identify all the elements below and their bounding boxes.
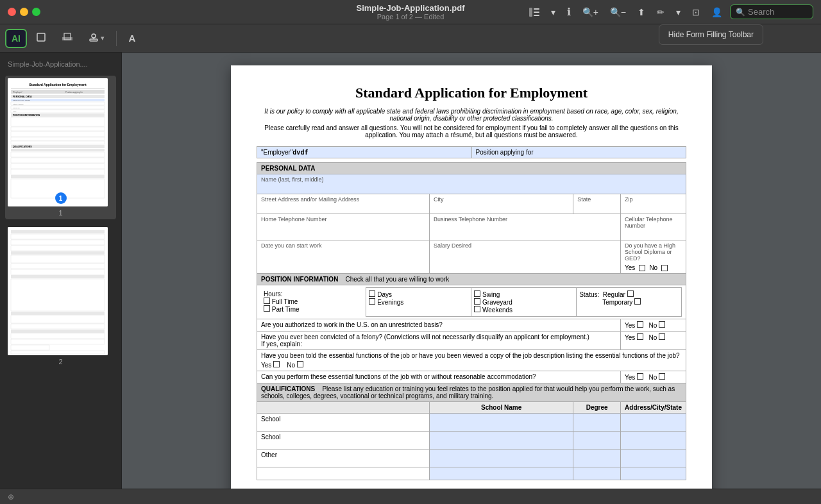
hs-no-checkbox[interactable] (661, 265, 668, 271)
window-title-center: Simple-Job-Application.pdf Page 1 of 2 —… (357, 3, 465, 21)
perform-question-cell: Can you perform these essential function… (257, 371, 621, 383)
auth-no-label: No (649, 322, 657, 329)
text-button[interactable]: A (122, 28, 142, 48)
cellular-tel-cell[interactable]: Cellular Telephone Number (621, 214, 686, 240)
zoom-in-button[interactable]: 🔍+ (579, 4, 602, 20)
state-input[interactable] (577, 203, 616, 212)
start-date-input[interactable] (261, 249, 425, 258)
rectangle-button[interactable] (30, 28, 53, 49)
fulltime-checkbox[interactable] (264, 298, 270, 304)
felony-yes-checkbox[interactable] (637, 333, 643, 340)
page-thumb-2[interactable]: 2 (5, 224, 116, 368)
account-button[interactable]: 👤 (707, 4, 726, 20)
perform-yes-checkbox[interactable] (637, 373, 643, 380)
svg-rect-43 (11, 230, 105, 233)
name-field-cell[interactable]: Name (last, first, middle) (257, 174, 686, 194)
temporary-checkbox[interactable] (634, 298, 641, 305)
name-label: Name (last, first, middle) (261, 176, 682, 183)
search-input[interactable] (748, 7, 808, 17)
salary-input[interactable] (434, 249, 616, 258)
qual-row2-school[interactable] (429, 432, 573, 449)
graveyard-label: Graveyard (482, 299, 512, 306)
qual-row2-address[interactable] (621, 432, 686, 449)
high-school-cell: Do you have a High School Diploma or GED… (621, 240, 686, 274)
toolbar-tooltip[interactable]: Hide Form Filling Toolbar (659, 24, 763, 45)
file-name: Simple-Job-Application.pdf (357, 3, 465, 13)
address-label: Street Address and/or Mailing Address (261, 196, 425, 203)
felony-no-label: No (649, 334, 657, 341)
business-tel-input[interactable] (434, 223, 616, 231)
qual-row4-degree[interactable] (573, 467, 621, 480)
state-cell[interactable]: State (573, 194, 621, 214)
pen-button[interactable]: ✏ (653, 4, 668, 20)
zip-input[interactable] (625, 203, 682, 212)
evenings-checkbox[interactable] (369, 298, 375, 305)
felony-no-checkbox[interactable] (659, 333, 665, 340)
qual-row2-degree[interactable] (573, 432, 621, 449)
qual-row3-address[interactable] (621, 449, 686, 467)
auth-yes-checkbox[interactable] (637, 321, 643, 328)
svg-text:Standard Application for Emplo: Standard Application for Employment (29, 83, 87, 87)
employer-cell[interactable]: "Employer"dvdf (257, 147, 472, 158)
maximize-button[interactable] (32, 8, 40, 16)
minimize-button[interactable] (20, 8, 28, 16)
home-tel-cell[interactable]: Home Telephone Number (257, 214, 430, 240)
parttime-checkbox[interactable] (264, 305, 270, 312)
position-cell[interactable]: Position applying for (471, 147, 686, 158)
address-input[interactable] (261, 203, 425, 212)
search-box[interactable]: 🔍 (730, 4, 813, 19)
rectangle-icon (36, 32, 46, 44)
sidebar-toggle-button[interactable] (525, 5, 543, 19)
pdf-area[interactable]: Standard Application for Employment It i… (122, 53, 821, 489)
svg-text:POSITION INFORMATION: POSITION INFORMATION (13, 114, 40, 117)
svg-text:Name (last, first, middle): Name (last, first, middle) (13, 99, 30, 101)
fill-sign-button[interactable]: AI (5, 29, 27, 48)
zip-cell[interactable]: Zip (621, 194, 686, 214)
svg-rect-42 (8, 227, 108, 355)
home-tel-input[interactable] (261, 223, 425, 231)
expand-icon: ⊡ (692, 7, 700, 17)
qual-col-school: School Name (429, 402, 573, 414)
city-cell[interactable]: City (429, 194, 573, 214)
qual-row3-degree[interactable] (573, 449, 621, 467)
city-input[interactable] (434, 203, 569, 212)
chevron-down-button[interactable]: ▾ (547, 4, 559, 20)
share-button[interactable]: ⬆ (634, 4, 649, 20)
days-checkbox[interactable] (369, 290, 375, 297)
highlight-button[interactable] (55, 28, 80, 49)
address-cell[interactable]: Street Address and/or Mailing Address (257, 194, 430, 214)
name-input[interactable] (261, 183, 682, 192)
swing-checkbox[interactable] (474, 290, 480, 297)
zoom-out-button[interactable]: 🔍− (606, 4, 630, 20)
svg-text:Street Address: Street Address (13, 103, 24, 105)
qual-row1-degree[interactable] (573, 414, 621, 432)
svg-rect-40 (11, 175, 105, 178)
close-button[interactable] (8, 8, 16, 16)
expand-button[interactable]: ⊡ (688, 4, 704, 20)
qual-row4-address[interactable] (621, 467, 686, 480)
salary-cell[interactable]: Salary Desired (429, 240, 620, 274)
weekends-checkbox[interactable] (474, 306, 480, 312)
personal-data-table: PERSONAL DATA Name (last, first, middle)… (257, 162, 686, 480)
qual-row4-school[interactable] (429, 467, 573, 480)
business-tel-cell[interactable]: Business Telephone Number (429, 214, 620, 240)
qual-row1-school[interactable] (429, 414, 573, 432)
auth-no-checkbox[interactable] (659, 321, 665, 328)
felony-question: Have you ever been convicted of a felony… (261, 333, 616, 340)
pen-chevron-button[interactable]: ▾ (672, 4, 684, 20)
qual-row3-school[interactable] (429, 449, 573, 467)
stamp-button[interactable]: ▾ (82, 28, 111, 49)
temporary-label: Temporary (602, 299, 632, 306)
page-thumb-1[interactable]: Standard Application for Employment "Emp… (5, 76, 116, 219)
hs-yes-checkbox[interactable] (639, 265, 645, 271)
info-button[interactable]: ℹ (563, 3, 575, 21)
perform-no-checkbox[interactable] (659, 373, 665, 380)
graveyard-checkbox[interactable] (474, 298, 480, 305)
essential-no-checkbox[interactable] (297, 361, 303, 367)
qual-row1-address[interactable] (621, 414, 686, 432)
start-date-cell[interactable]: Date you can start work (257, 240, 430, 274)
cellular-tel-input[interactable] (625, 229, 682, 238)
svg-rect-4 (37, 33, 45, 41)
essential-yes-checkbox[interactable] (273, 361, 280, 367)
regular-checkbox[interactable] (627, 290, 634, 297)
